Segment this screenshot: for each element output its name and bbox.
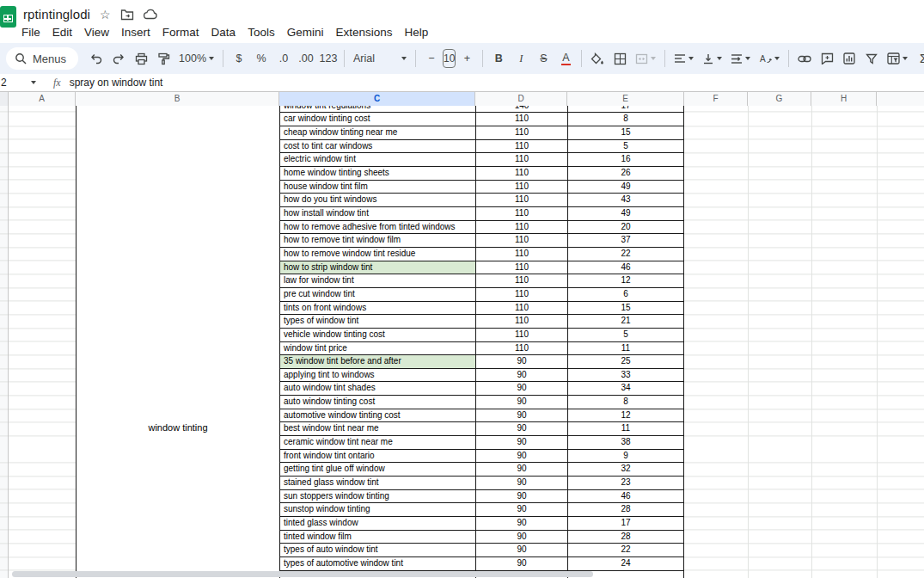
column-header-i[interactable] [877,92,924,106]
format-currency-button[interactable]: $ [228,47,250,70]
table-row[interactable]: ceramic window tint near me9038 [279,436,684,450]
increase-decimal-button[interactable]: .00 [295,47,317,70]
score-cell[interactable]: 46 [567,490,684,503]
table-row[interactable]: front window tint ontario909 [279,450,684,464]
table-row[interactable]: how to remove tint window film11037 [279,234,684,248]
name-box-caret-icon[interactable] [31,81,36,84]
score-cell[interactable]: 17 [567,517,684,530]
keyword-cell[interactable]: applying tint to windows [279,369,475,382]
table-row[interactable]: types of automotive window tint9024 [279,557,684,571]
score-cell[interactable]: 25 [567,355,684,368]
menu-file[interactable]: File [15,24,46,40]
table-row[interactable]: best window tint near me9011 [279,422,684,436]
score-cell[interactable]: 16 [567,153,684,166]
font-size-input[interactable]: 10 [443,49,456,68]
table-row[interactable]: window tint regulations14017 [279,106,684,113]
score-cell[interactable]: 28 [567,531,684,544]
keyword-cell[interactable]: how do you tint windows [279,194,475,206]
horizontal-align-button[interactable] [670,47,698,70]
menu-edit[interactable]: Edit [46,24,78,40]
table-row[interactable]: house window tint film11049 [279,181,684,194]
volume-cell[interactable]: 110 [475,248,567,261]
menu-tools[interactable]: Tools [242,24,281,40]
table-row[interactable]: tints on front windows11015 [279,302,684,316]
merged-cell-window-tinting[interactable]: window tinting [76,106,279,578]
score-cell[interactable]: 21 [567,315,684,328]
table-row[interactable]: how install window tint11049 [279,207,684,221]
column-header-f[interactable]: F [684,92,748,106]
print-button[interactable] [130,47,152,70]
table-row[interactable]: cheap window tinting near me11015 [279,126,684,140]
column-a-cells[interactable] [9,106,76,578]
score-cell[interactable]: 15 [567,302,684,315]
score-cell[interactable]: 49 [567,207,684,220]
text-rotation-button[interactable]: A [755,47,784,70]
keyword-cell[interactable]: 35 window tint before and after [279,355,475,368]
keyword-cell[interactable]: automotive window tinting cost [279,409,475,422]
decrease-font-size-button[interactable]: − [420,47,443,70]
score-cell[interactable]: 32 [567,463,684,476]
cloud-status-icon[interactable] [144,9,158,20]
horizontal-scrollbar[interactable] [12,571,593,577]
decrease-decimal-button[interactable]: .0 [272,47,295,70]
score-cell[interactable]: 43 [567,194,684,206]
keyword-cell[interactable]: stained glass window tint [279,477,475,489]
score-cell[interactable]: 12 [567,409,684,422]
number-format-button[interactable]: 123 [317,47,340,70]
functions-button[interactable]: Σ [912,47,924,70]
fill-color-button[interactable] [586,47,609,70]
format-percent-button[interactable]: % [250,47,272,70]
table-row[interactable]: law for window tint11012 [279,274,684,288]
merge-cells-button[interactable] [631,47,660,70]
score-cell[interactable]: 38 [567,436,684,449]
row-header-strip[interactable] [0,106,9,578]
keyword-cell[interactable]: how to remove adhesive from tinted windo… [279,221,475,234]
table-row[interactable]: how to remove window tint residue11022 [279,248,684,261]
menu-data[interactable]: Data [205,24,242,40]
column-header-g[interactable]: G [748,92,811,106]
volume-cell[interactable]: 110 [475,167,567,180]
vertical-align-button[interactable] [698,47,726,70]
empty-columns-fgh[interactable] [684,106,924,578]
strikethrough-button[interactable]: S [532,47,554,70]
volume-cell[interactable]: 90 [475,544,567,556]
volume-cell[interactable]: 110 [475,181,567,194]
score-cell[interactable]: 8 [567,113,684,126]
volume-cell[interactable]: 110 [475,329,567,341]
keyword-cell[interactable]: vehicle window tinting cost [279,329,475,341]
score-cell[interactable]: 6 [567,288,684,301]
score-cell[interactable]: 26 [567,167,684,180]
score-cell[interactable]: 20 [567,221,684,234]
volume-cell[interactable]: 90 [475,490,567,503]
volume-cell[interactable]: 90 [475,436,567,449]
column-header-d[interactable]: D [475,92,567,106]
volume-cell[interactable]: 90 [475,503,567,516]
table-row[interactable]: how to strip window tint11046 [279,261,684,275]
keyword-cell[interactable]: tinted glass window [279,517,475,530]
score-cell[interactable]: 9 [567,450,684,463]
table-row[interactable]: stained glass window tint9023 [279,477,684,490]
keyword-cell[interactable]: tints on front windows [279,302,475,315]
table-row[interactable]: electric window tint11016 [279,153,684,167]
keyword-cell[interactable]: types of automotive window tint [279,557,475,570]
document-title[interactable]: rptintinglodi [23,7,90,22]
keyword-cell[interactable]: how to remove window tint residue [279,248,475,261]
text-color-button[interactable]: A [554,47,577,70]
keyword-cell[interactable]: ceramic window tint near me [279,436,475,449]
keyword-cell[interactable]: front window tint ontario [279,450,475,463]
select-all-corner[interactable] [0,92,9,106]
menu-extensions[interactable]: Extensions [329,24,398,40]
keyword-cell[interactable]: home window tinting sheets [279,167,475,180]
column-header-b[interactable]: B [76,92,279,106]
menu-help[interactable]: Help [398,24,434,40]
keyword-cell[interactable]: cheap window tinting near me [279,126,475,139]
table-row[interactable]: sun stoppers window tinting9046 [279,490,684,504]
menus-search-pill[interactable]: Menus [6,47,78,70]
table-row[interactable]: tinted glass window9017 [279,517,684,531]
keyword-cell[interactable]: types of window tint [279,315,475,328]
table-row[interactable]: types of auto window tint9022 [279,544,684,557]
keyword-cell[interactable]: how install window tint [279,207,475,220]
insert-comment-button[interactable] [816,47,838,70]
volume-cell[interactable]: 90 [475,382,567,395]
table-row[interactable]: auto window tinting cost908 [279,396,684,409]
